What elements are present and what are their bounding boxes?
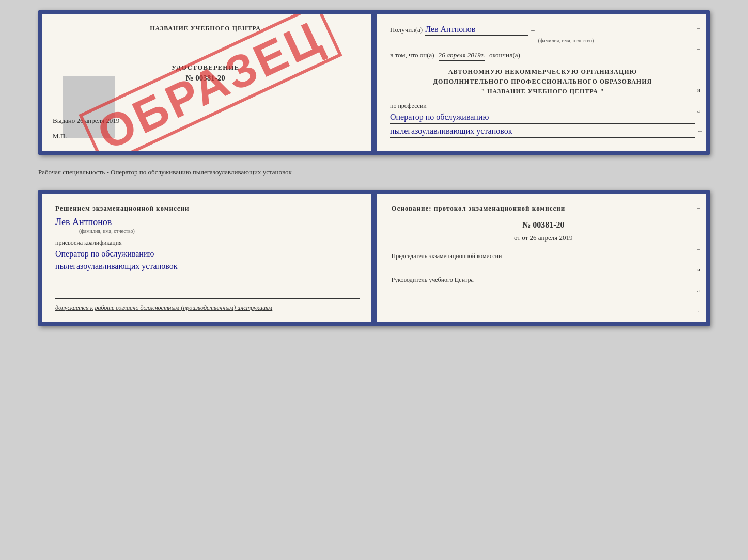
- dash-7: –: [697, 149, 703, 155]
- photo-placeholder: [63, 76, 115, 138]
- prof-line2: пылегазоулавливающих установок: [390, 126, 695, 138]
- osnovanie-text: Основание: протокол экзаменационной коми…: [392, 204, 696, 213]
- top-right-page: – – – и а ← – – – – Получил(а) Лев Антпо…: [375, 14, 706, 151]
- poluchil-line: Получил(а) Лев Антпонов –: [390, 25, 695, 36]
- udost-title: УДОСТОВЕРЕНИЕ: [53, 63, 358, 72]
- bdash-5: а: [697, 287, 703, 293]
- dash-2: –: [697, 45, 703, 52]
- right-side-dashes: – – – и а ← – – – –: [697, 25, 703, 155]
- dopuskaetsya-block: допускается к работе согласно должностны…: [55, 304, 360, 312]
- vydano-line: Выдано 26 апреля 2019: [53, 117, 119, 125]
- dash-6: ←: [697, 128, 703, 134]
- bottom-line1: [55, 274, 360, 284]
- dopuskaetsya-linked-text: работе согласно должностным (производств…: [95, 304, 272, 311]
- right-side-dashes-bottom: – – – и а ← – – – –: [697, 204, 703, 326]
- ot-date-value: от 26 апреля 2019: [522, 234, 572, 242]
- vtom-date: 26 апреля 2019г.: [439, 51, 485, 61]
- document-container: НАЗВАНИЕ УЧЕБНОГО ЦЕНТРА УДОСТОВЕРЕНИЕ №…: [38, 10, 710, 326]
- dopuskaetsya-text: работе согласно должностным (производств…: [95, 304, 272, 311]
- between-text: Рабочая специальность - Оператор по обсл…: [38, 164, 710, 181]
- kvalif-line1: Оператор по обслуживанию: [55, 249, 360, 259]
- fio-label-bottom: (фамилия, имя, отчество): [55, 228, 159, 234]
- predsedatel-sign-line: [392, 268, 464, 268]
- resheniem-text: Решением экзаменационной комиссии: [55, 204, 360, 213]
- bottom-certificate-book: Решением экзаменационной комиссии Лев Ан…: [38, 190, 710, 326]
- predsedatel-label: Председатель экзаменационной комиссии: [392, 252, 696, 260]
- name-blue-span: Лев Антпонов: [55, 217, 159, 228]
- dash-4: и: [697, 87, 703, 93]
- top-certificate-book: НАЗВАНИЕ УЧЕБНОГО ЦЕНТРА УДОСТОВЕРЕНИЕ №…: [38, 10, 710, 155]
- kvalif-line2: пылегазоулавливающих установок: [55, 262, 360, 271]
- predsedatel-block: Председатель экзаменационной комиссии: [392, 252, 696, 268]
- vtom-label: в том, что он(а): [390, 51, 434, 59]
- rukovoditel-block: Руководитель учебного Центра: [392, 276, 696, 292]
- vydano-label: Выдано: [53, 117, 75, 124]
- okonchil-label: окончил(а): [489, 51, 520, 59]
- ot-prefix: от: [514, 234, 522, 242]
- dash-1: –: [697, 25, 703, 31]
- bottom-right-page: – – – и а ← – – – – Основание: протокол …: [376, 194, 706, 322]
- dash-5: а: [697, 107, 703, 114]
- prisvoena-text: присвоена квалификация: [55, 239, 360, 247]
- name-blue-bottom: Лев Антпонов: [55, 217, 360, 228]
- org-line3: " НАЗВАНИЕ УЧЕБНОГО ЦЕНТРА ": [390, 87, 695, 97]
- org-line1: АВТОНОМНУЮ НЕКОММЕРЧЕСКУЮ ОРГАНИЗАЦИЮ: [390, 67, 695, 77]
- vydano-date: 26 апреля 2019: [77, 117, 120, 124]
- bdash-4: и: [697, 266, 703, 273]
- bottom-left-page: Решением экзаменационной комиссии Лев Ан…: [42, 194, 376, 322]
- poluchil-dash: –: [531, 26, 535, 34]
- bdash-2: –: [697, 225, 703, 231]
- ot-date: от от 26 апреля 2019: [392, 234, 696, 242]
- poluchil-label: Получил(а): [390, 26, 423, 34]
- rukovoditel-sign-line: [392, 292, 464, 292]
- po-professii: по профессии: [390, 102, 695, 110]
- org-block: АВТОНОМНУЮ НЕКОММЕРЧЕСКУЮ ОРГАНИЗАЦИЮ ДО…: [390, 67, 695, 97]
- bdash-6: ←: [697, 308, 703, 314]
- protocol-number: № 00381-20: [392, 220, 696, 230]
- fio-label-top: (фамилия, имя, отчество): [437, 38, 695, 43]
- mp-line: М.П.: [53, 132, 67, 140]
- poluchil-name: Лев Антпонов: [425, 25, 528, 36]
- dopuskaetsya-label: допускается к: [55, 304, 93, 311]
- spine-binding: [371, 14, 377, 151]
- bdash-3: –: [697, 246, 703, 252]
- top-left-page: НАЗВАНИЕ УЧЕБНОГО ЦЕНТРА УДОСТОВЕРЕНИЕ №…: [42, 14, 375, 151]
- cert-header: НАЗВАНИЕ УЧЕБНОГО ЦЕНТРА: [53, 25, 358, 33]
- bdash-1: –: [697, 204, 703, 211]
- org-line2: ДОПОЛНИТЕЛЬНОГО ПРОФЕССИОНАЛЬНОГО ОБРАЗО…: [390, 77, 695, 87]
- spine-binding-bottom: [371, 194, 377, 322]
- rukovoditel-label: Руководитель учебного Центра: [392, 276, 696, 284]
- prof-line1: Оператор по обслуживанию: [390, 113, 695, 124]
- vtom-line: в том, что он(а) 26 апреля 2019г. окончи…: [390, 51, 695, 61]
- bottom-line2: [55, 289, 360, 299]
- dash-3: –: [697, 66, 703, 72]
